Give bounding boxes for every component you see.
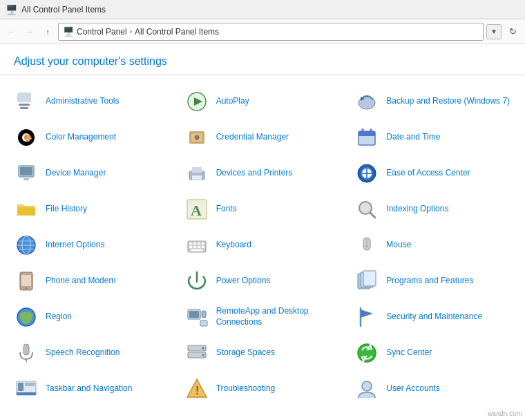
internet-options-label: Internet Options — [46, 240, 104, 251]
internet-options-icon — [14, 233, 39, 258]
panel-item-storage-spaces[interactable]: Storage Spaces — [178, 335, 348, 371]
svg-point-23 — [370, 128, 372, 131]
svg-text:A: A — [191, 202, 202, 219]
security-maintenance-label: Security and Maintenance — [386, 312, 482, 323]
forward-button[interactable]: → — [22, 24, 37, 39]
panel-item-phone-modem[interactable]: Phone and Modem — [7, 263, 178, 299]
svg-point-66 — [26, 287, 28, 289]
sync-center-icon — [354, 341, 379, 365]
panel-item-color-management[interactable]: 🎨Color Management — [7, 120, 178, 155]
svg-rect-3 — [20, 107, 28, 109]
svg-rect-26 — [20, 167, 32, 175]
storage-spaces-label: Storage Spaces — [216, 347, 275, 359]
panel-item-keyboard[interactable]: Keyboard — [178, 227, 348, 263]
svg-line-41 — [370, 213, 375, 218]
svg-rect-78 — [202, 311, 206, 318]
svg-rect-65 — [21, 275, 31, 286]
phone-modem-icon — [14, 269, 39, 294]
phone-modem-label: Phone and Modem — [46, 276, 115, 287]
title-bar-text: All Control Panel Items — [21, 5, 106, 15]
remoteapp-icon — [184, 305, 209, 330]
panel-item-backup-restore[interactable]: Backup and Restore (Windows 7) — [347, 84, 518, 120]
panel-item-mouse[interactable]: Mouse — [347, 227, 518, 263]
svg-rect-27 — [23, 178, 29, 180]
svg-rect-52 — [198, 242, 200, 245]
panel-item-sync-center[interactable]: Sync Center — [347, 335, 518, 371]
svg-rect-55 — [193, 246, 196, 248]
credential-manager-icon — [184, 125, 209, 150]
refresh-button[interactable]: ↻ — [504, 23, 521, 40]
breadcrumb-control-panel[interactable]: Control Panel — [77, 27, 127, 37]
keyboard-label: Keyboard — [216, 240, 251, 251]
svg-rect-1 — [17, 93, 31, 102]
breadcrumb-chevron-1: › — [130, 28, 132, 35]
panel-item-internet-options[interactable]: Internet Options — [7, 227, 178, 263]
storage-spaces-icon — [184, 341, 209, 365]
troubleshooting-label: Troubleshooting — [216, 383, 276, 394]
up-button[interactable]: ↑ — [40, 24, 55, 39]
svg-rect-56 — [198, 246, 200, 248]
svg-rect-83 — [23, 344, 29, 355]
credential-manager-label: Credential Manager — [216, 132, 289, 143]
programs-features-icon — [354, 269, 379, 294]
power-options-label: Power Options — [216, 276, 271, 287]
panel-item-file-history[interactable]: File History — [7, 191, 178, 227]
ease-access-icon — [354, 161, 379, 186]
user-accounts-icon — [354, 376, 379, 401]
panel-item-taskbar-navigation[interactable]: Taskbar and Navigation — [7, 371, 178, 407]
administrative-tools-icon — [14, 89, 39, 114]
ease-access-label: Ease of Access Center — [386, 168, 470, 179]
panel-item-region[interactable]: Region — [7, 299, 178, 335]
taskbar-navigation-label: Taskbar and Navigation — [46, 383, 132, 394]
user-accounts-label: User Accounts — [386, 383, 439, 394]
fonts-icon: A — [184, 197, 209, 222]
title-bar-icon: 🖥️ — [6, 4, 17, 15]
panel-item-credential-manager[interactable]: Credential Manager — [178, 120, 348, 155]
panel-item-security-maintenance[interactable]: Security and Maintenance — [347, 299, 518, 335]
panel-item-remoteapp[interactable]: RemoteApp and Desktop Connections — [178, 299, 348, 335]
breadcrumb-all-items[interactable]: All Control Panel Items — [135, 27, 219, 37]
date-time-icon — [354, 125, 379, 150]
keyboard-icon — [184, 233, 209, 258]
svg-text:!: ! — [195, 385, 199, 397]
svg-rect-77 — [189, 311, 199, 318]
panel-item-programs-features[interactable]: Programs and Features — [347, 263, 518, 299]
svg-rect-31 — [192, 175, 202, 180]
file-history-icon — [14, 197, 39, 222]
speech-recognition-icon — [14, 341, 39, 365]
svg-rect-94 — [17, 392, 36, 395]
panel-item-device-manager[interactable]: Device Manager — [7, 155, 178, 191]
address-dropdown[interactable]: ▼ — [486, 24, 502, 39]
svg-text:🎨: 🎨 — [23, 133, 32, 142]
breadcrumb: Control Panel › All Control Panel Items — [77, 27, 219, 37]
remoteapp-label: RemoteApp and Desktop Connections — [216, 306, 341, 327]
svg-rect-30 — [192, 167, 202, 173]
taskbar-navigation-icon — [14, 376, 39, 401]
svg-rect-21 — [359, 135, 375, 136]
panel-item-user-accounts[interactable]: User Accounts — [347, 371, 518, 407]
panel-item-power-options[interactable]: Power Options — [178, 263, 348, 299]
panel-item-devices-printers[interactable]: Devices and Printers — [178, 155, 348, 191]
region-label: Region — [46, 312, 72, 323]
svg-rect-79 — [200, 321, 207, 326]
panel-item-fonts[interactable]: AFonts — [178, 191, 348, 227]
panel-item-administrative-tools[interactable]: Administrative Tools — [7, 84, 178, 120]
panel-item-ease-access[interactable]: Ease of Access Center — [347, 155, 518, 191]
administrative-tools-label: Administrative Tools — [46, 96, 120, 107]
back-button[interactable]: ← — [4, 24, 19, 39]
speech-recognition-label: Speech Recognition — [46, 347, 120, 359]
panel-item-troubleshooting[interactable]: !Troubleshooting — [178, 371, 348, 407]
panel-item-speech-recognition[interactable]: Speech Recognition — [7, 335, 178, 371]
troubleshooting-icon: ! — [184, 376, 209, 401]
panel-item-indexing-options[interactable]: Indexing Options — [347, 191, 518, 227]
svg-point-17 — [195, 135, 199, 140]
svg-point-89 — [202, 354, 204, 356]
panel-item-autoplay[interactable]: AutoPlay — [178, 84, 348, 120]
programs-features-label: Programs and Features — [386, 276, 473, 287]
device-manager-label: Device Manager — [46, 168, 106, 179]
panel-item-date-time[interactable]: Date and Time — [347, 120, 518, 155]
svg-rect-58 — [191, 249, 202, 251]
watermark: wsxdn.com — [488, 410, 522, 417]
indexing-options-label: Indexing Options — [386, 204, 448, 215]
svg-point-62 — [365, 245, 368, 247]
